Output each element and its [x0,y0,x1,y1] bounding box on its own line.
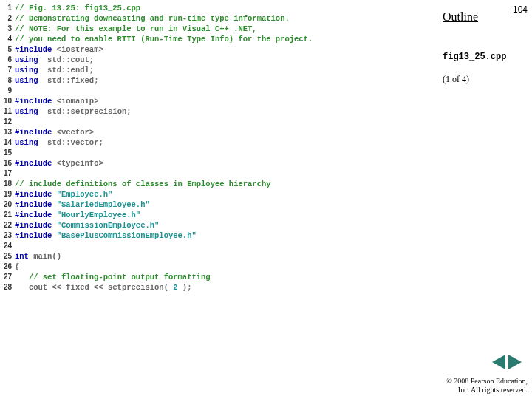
code-text: #include "Employee.h" [15,189,112,200]
code-text: // set floating-point output formatting [15,272,211,282]
code-line: 25int main() [0,251,440,262]
code-text: cout << fixed << setprecision( 2 ); [15,282,191,293]
code-text: #include "SalariedEmployee.h" [15,200,150,210]
copyright-line2: Inc. All rights reserved. [458,386,528,394]
line-number: 28 [0,282,15,293]
code-text: using std::fixed; [15,75,98,86]
line-number: 20 [0,200,15,210]
code-line: 20#include "SalariedEmployee.h" [0,200,440,210]
line-number: 3 [0,24,15,34]
code-text: // include definitions of classes in Emp… [15,179,271,189]
code-line: 8using std::fixed; [0,75,440,86]
code-line: 26{ [0,262,440,272]
next-icon[interactable] [508,355,522,369]
code-line: 10#include <iomanip> [0,96,440,106]
code-text [15,168,19,179]
line-number: 18 [0,179,15,189]
code-text: #include <iostream> [15,44,103,55]
code-listing: 1// Fig. 13.25: fig13_25.cpp2// Demonstr… [0,0,440,293]
code-line: 28 cout << fixed << setprecision( 2 ); [0,282,440,293]
code-line: 9 [0,86,440,96]
line-number: 12 [0,117,15,127]
copyright: © 2008 Pearson Education, Inc. All right… [446,377,528,395]
line-number: 7 [0,65,15,75]
code-text: // you need to enable RTTI (Run-Time Typ… [15,34,313,44]
code-text: using std::cout; [15,55,94,65]
line-number: 13 [0,127,15,137]
line-number: 23 [0,231,15,241]
code-text: // NOTE: For this example to run in Visu… [15,24,257,34]
line-number: 10 [0,96,15,106]
code-line: 1// Fig. 13.25: fig13_25.cpp [0,3,440,13]
code-line: 11using std::setprecision; [0,106,440,117]
outline-heading: Outline [443,10,478,24]
line-number: 19 [0,189,15,200]
prev-icon[interactable] [492,355,505,369]
code-text: #include "BasePlusCommissionEmployee.h" [15,231,197,241]
line-number: 27 [0,272,15,282]
line-number: 15 [0,148,15,158]
code-text: using std::endl; [15,65,94,75]
line-number: 16 [0,158,15,168]
code-text: using std::setprecision; [15,106,132,117]
sidebar: 104 Outline fig13_25.cpp (1 of 4) © 2008… [440,0,532,399]
code-line: 27 // set floating-point output formatti… [0,272,440,282]
copyright-line1: © 2008 Pearson Education, [446,377,528,385]
code-line: 22#include "CommissionEmployee.h" [0,220,440,231]
line-number: 4 [0,34,15,44]
line-number: 9 [0,86,15,96]
code-text: #include <iomanip> [15,96,98,106]
code-line: 4// you need to enable RTTI (Run-Time Ty… [0,34,440,44]
line-number: 26 [0,262,15,272]
code-line: 13#include <vector> [0,127,440,137]
line-number: 2 [0,13,15,24]
code-text: int main() [15,251,61,262]
line-number: 1 [0,3,15,13]
nav-controls [492,355,522,369]
code-text: { [15,262,19,272]
line-number: 21 [0,210,15,220]
code-text: #include "HourlyEmployee.h" [15,210,140,220]
code-text [15,148,19,158]
code-line: 19#include "Employee.h" [0,189,440,200]
line-number: 11 [0,106,15,117]
code-text: #include "CommissionEmployee.h" [15,220,159,231]
code-text: #include <vector> [15,127,94,137]
page-range: (1 of 4) [443,74,469,85]
code-line: 24 [0,241,440,251]
code-text: // Fig. 13.25: fig13_25.cpp [15,3,140,13]
code-line: 18// include definitions of classes in E… [0,179,440,189]
code-line: 21#include "HourlyEmployee.h" [0,210,440,220]
code-line: 12 [0,117,440,127]
line-number: 14 [0,137,15,148]
line-number: 5 [0,44,15,55]
code-line: 23#include "BasePlusCommissionEmployee.h… [0,231,440,241]
line-number: 24 [0,241,15,251]
code-line: 17 [0,168,440,179]
code-line: 16#include <typeinfo> [0,158,440,168]
code-line: 5#include <iostream> [0,44,440,55]
code-line: 7using std::endl; [0,65,440,75]
line-number: 17 [0,168,15,179]
code-text [15,117,19,127]
code-line: 2// Demonstrating downcasting and run-ti… [0,13,440,24]
line-number: 8 [0,75,15,86]
code-line: 14using std::vector; [0,137,440,148]
code-text [15,241,19,251]
code-line: 15 [0,148,440,158]
code-line: 3// NOTE: For this example to run in Vis… [0,24,440,34]
line-number: 6 [0,55,15,65]
code-text: using std::vector; [15,137,103,148]
code-text: // Demonstrating downcasting and run-tim… [15,13,290,24]
line-number: 22 [0,220,15,231]
source-filename: fig13_25.cpp [443,52,506,62]
page-number: 104 [513,4,528,15]
line-number: 25 [0,251,15,262]
code-text [15,86,19,96]
code-text: #include <typeinfo> [15,158,103,168]
code-line: 6using std::cout; [0,55,440,65]
